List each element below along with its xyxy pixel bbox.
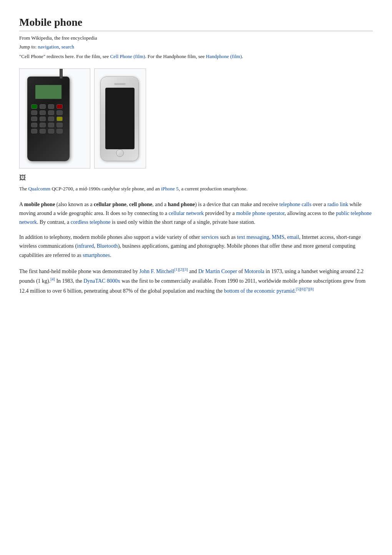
key-red: [56, 104, 63, 109]
radio-link-link[interactable]: radio link: [327, 202, 348, 207]
key-4: [40, 110, 46, 115]
key-13: [56, 123, 63, 127]
key-17: [56, 129, 63, 133]
paragraph-services: In addition to telephony, modern mobile …: [19, 233, 373, 259]
key-16: [48, 129, 54, 133]
phone-antenna: [60, 68, 63, 78]
encyclopedia-subtitle: From Wikipedia, the free encyclopedia: [19, 34, 373, 42]
iphone5-link[interactable]: iPhone 5: [161, 186, 179, 192]
search-link[interactable]: search: [61, 44, 74, 50]
key-14: [31, 129, 37, 133]
qualcomm-link[interactable]: Qualcomm: [28, 186, 50, 192]
email-link[interactable]: email: [287, 234, 299, 240]
redirect-text3: .: [242, 53, 243, 59]
cell-phone-film-link[interactable]: Cell Phone (film): [110, 53, 145, 59]
citation-123: [1][2][3]: [174, 267, 188, 272]
key-7: [31, 117, 37, 121]
key-10: [31, 123, 37, 127]
image-caption: The Qualcomm QCP-2700, a mid-1990s candy…: [19, 185, 373, 193]
cellular-network-link[interactable]: cellular network: [169, 210, 204, 216]
key-1: [40, 104, 46, 109]
old-phone-body: [27, 77, 70, 161]
mobile-operator-link[interactable]: mobile phone operator: [236, 210, 284, 216]
key-11: [40, 123, 46, 127]
redirect-text2: . For the Handphone film, see: [145, 53, 206, 59]
infrared-link[interactable]: infrared: [77, 243, 94, 249]
key-9: [48, 117, 54, 121]
term-mobile-phone: mobile phone: [24, 202, 55, 207]
redirect-text: "Cell Phone" redirects here. For the fil…: [19, 53, 110, 59]
old-phone-image: [19, 68, 90, 168]
key-5: [48, 110, 54, 115]
iphone-screen: [105, 88, 135, 149]
iphone-body: [100, 77, 139, 161]
martin-cooper-link[interactable]: Dr Martin Cooper: [198, 268, 237, 274]
iphone-image: [94, 68, 146, 168]
iphone-speaker: [114, 83, 126, 85]
smartphones-link[interactable]: smartphones: [83, 252, 110, 258]
paragraph-definition: A mobile phone (also known as a cellular…: [19, 200, 373, 227]
key-8: [40, 117, 46, 121]
iphone-home-button: [116, 149, 124, 157]
key-15: [40, 129, 46, 133]
dynatac-link[interactable]: DynaTAC 8000x: [83, 278, 120, 284]
jump-to-label: Jump to:: [19, 44, 38, 50]
key-green: [31, 104, 37, 109]
citation-5678: [5][6][7][8]: [296, 287, 314, 292]
key-yellow: [56, 117, 63, 121]
key-2: [48, 104, 54, 109]
image-section: [19, 68, 373, 168]
telephone-calls-link[interactable]: telephone calls: [279, 202, 312, 207]
key-6: [56, 110, 63, 115]
bluetooth-link[interactable]: Bluetooth: [96, 243, 118, 249]
key-12: [48, 123, 54, 127]
page-title: Mobile phone: [19, 15, 373, 31]
term-hand-phone: hand phone: [168, 202, 195, 207]
services-link[interactable]: services: [201, 234, 219, 240]
text-messaging-link[interactable]: text messaging: [237, 234, 269, 240]
motorola-link[interactable]: Motorola: [244, 268, 264, 274]
john-mitchell-link[interactable]: John F. Mitchell: [140, 268, 174, 274]
term-cellular-phone: cellular phone: [94, 202, 126, 207]
redirect-notice: "Cell Phone" redirects here. For the fil…: [19, 53, 373, 61]
handphone-film-link[interactable]: Handphone (film): [206, 53, 242, 59]
navigation-link[interactable]: navigation: [38, 44, 59, 50]
paragraph-history: The first hand-held mobile phone was dem…: [19, 266, 373, 295]
phone-keypad: [31, 104, 63, 133]
image-caption-icon: 🖼: [19, 172, 373, 183]
mms-link[interactable]: MMS: [272, 234, 284, 240]
key-3: [31, 110, 37, 115]
cordless-telephone-link[interactable]: cordless telephone: [71, 219, 111, 225]
jump-to-line: Jump to: navigation, search: [19, 43, 373, 51]
phone-screen: [35, 84, 62, 100]
bottom-pyramid-link[interactable]: bottom of the economic pyramid: [224, 288, 295, 294]
term-cell-phone: cell phone: [129, 202, 152, 207]
citation-4: [4]: [50, 277, 55, 282]
